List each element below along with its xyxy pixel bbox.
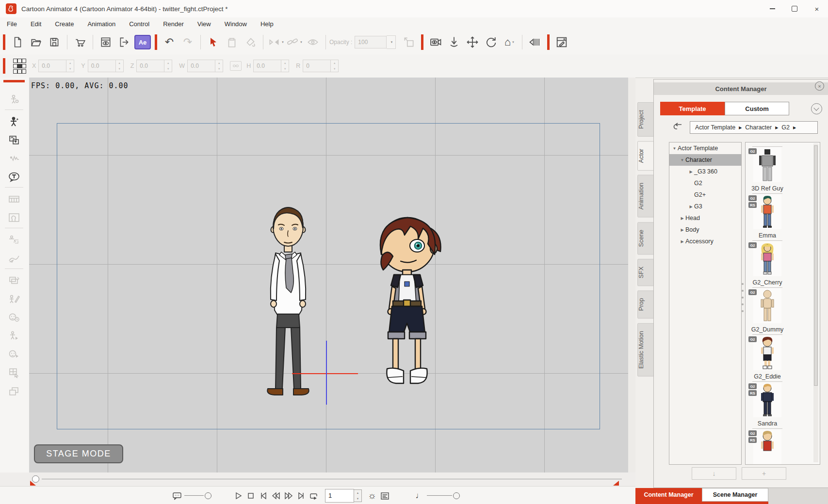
tree-item-g2-plus[interactable]: G2+ bbox=[669, 189, 741, 201]
play-button[interactable] bbox=[232, 490, 244, 502]
timeline-panel-icon[interactable] bbox=[379, 490, 390, 502]
menu-render[interactable]: Render bbox=[156, 20, 191, 28]
tab-scene-manager[interactable]: Scene Manager bbox=[702, 488, 768, 502]
sprite-editor-icon[interactable] bbox=[5, 292, 23, 306]
text-bubble-icon[interactable] bbox=[5, 170, 23, 184]
move-tool-icon[interactable] bbox=[463, 33, 482, 51]
opacity-input[interactable]: 100 bbox=[355, 36, 387, 48]
z-input[interactable]: 0.0 bbox=[136, 60, 164, 72]
layer-order-icon[interactable] bbox=[5, 384, 23, 398]
import-content-button[interactable]: ↓ bbox=[692, 467, 736, 480]
tab-prop[interactable]: Prop bbox=[637, 290, 654, 318]
image-mask-icon[interactable] bbox=[5, 210, 23, 225]
subtitle-toggle-icon[interactable] bbox=[171, 490, 183, 502]
volume-slider-track[interactable] bbox=[427, 495, 452, 496]
tree-item-body[interactable]: ▶Body bbox=[669, 224, 741, 236]
stage-character-boy[interactable] bbox=[373, 214, 445, 392]
h-spin-down-icon[interactable]: ▼ bbox=[281, 66, 289, 72]
motion-path-icon[interactable] bbox=[5, 251, 23, 266]
add-content-button[interactable]: + bbox=[742, 467, 786, 480]
collect-clip-icon[interactable] bbox=[5, 273, 23, 288]
next-frame-button[interactable] bbox=[283, 490, 294, 502]
stage-character-businessman[interactable] bbox=[253, 205, 321, 399]
face-puppet-icon[interactable] bbox=[5, 347, 23, 362]
y-input[interactable]: 0.0 bbox=[88, 60, 116, 72]
thumbnail-scrollbar[interactable] bbox=[813, 143, 818, 462]
paste-icon[interactable] bbox=[223, 33, 241, 51]
stop-button[interactable] bbox=[245, 490, 257, 502]
aspect-link-icon[interactable] bbox=[230, 61, 242, 71]
r-spin-down-icon[interactable]: ▼ bbox=[331, 66, 338, 72]
w-spin-down-icon[interactable]: ▼ bbox=[215, 66, 223, 72]
tree-item-actor-template[interactable]: ▼Actor Template bbox=[669, 142, 741, 154]
x-spin-up-icon[interactable]: ▲ bbox=[66, 60, 74, 66]
breadcrumb-part[interactable]: Actor Template bbox=[695, 124, 735, 131]
menu-animation[interactable]: Animation bbox=[81, 20, 122, 28]
body-puppet-icon[interactable] bbox=[5, 329, 23, 343]
preview-render-icon[interactable] bbox=[97, 33, 115, 51]
go-to-start-button[interactable] bbox=[258, 490, 269, 502]
tree-collapsed-icon[interactable]: ▶ bbox=[679, 239, 685, 244]
fill-color-icon[interactable] bbox=[241, 33, 260, 51]
link-dropdown-icon[interactable]: ▼ bbox=[300, 41, 303, 44]
r-spin-up-icon[interactable]: ▲ bbox=[331, 60, 338, 66]
close-button[interactable]: × bbox=[806, 0, 828, 17]
panel-close-button[interactable]: × bbox=[815, 81, 824, 91]
menu-control[interactable]: Control bbox=[122, 20, 156, 28]
render-strip-icon[interactable] bbox=[5, 192, 23, 206]
tree-item-g3-360[interactable]: ▶_G3 360 bbox=[669, 166, 741, 177]
h-spin-up-icon[interactable]: ▲ bbox=[281, 60, 289, 66]
tab-project[interactable]: Project bbox=[637, 102, 654, 137]
volume-slider-handle[interactable] bbox=[453, 492, 460, 499]
menu-help[interactable]: Help bbox=[254, 20, 280, 28]
tab-template[interactable]: Template bbox=[660, 102, 725, 115]
tab-custom[interactable]: Custom bbox=[725, 102, 789, 115]
panel-splitter-handle[interactable] bbox=[742, 283, 744, 312]
flip-icon[interactable]: ▼ bbox=[267, 33, 285, 51]
create-character-icon[interactable] bbox=[5, 114, 23, 129]
scrollbar-thumb[interactable] bbox=[814, 145, 818, 386]
tree-item-g2[interactable]: G2 bbox=[669, 177, 741, 189]
content-store-icon[interactable] bbox=[71, 33, 89, 51]
tab-content-manager[interactable]: Content Manager bbox=[635, 488, 702, 502]
tree-item-head[interactable]: ▶Head bbox=[669, 212, 741, 224]
layer-grid-icon[interactable] bbox=[5, 365, 23, 380]
timeline-scrub-handle[interactable] bbox=[32, 475, 39, 483]
breadcrumb-part[interactable]: Character bbox=[745, 124, 772, 131]
pivot-transform-icon[interactable] bbox=[400, 33, 418, 51]
save-project-icon[interactable] bbox=[45, 33, 64, 51]
y-spin-up-icon[interactable]: ▲ bbox=[116, 60, 123, 66]
tab-sfx[interactable]: SFX bbox=[637, 259, 654, 286]
media-import-icon[interactable] bbox=[5, 133, 23, 147]
go-to-end-button[interactable] bbox=[295, 490, 307, 502]
previous-frame-button[interactable] bbox=[270, 490, 282, 502]
stage-canvas[interactable]: FPS: 0.00, AVG: 0.00 bbox=[29, 78, 628, 472]
x-input[interactable]: 0.0 bbox=[38, 60, 66, 72]
y-spin-down-icon[interactable]: ▼ bbox=[116, 66, 123, 72]
link-icon[interactable]: ▼ bbox=[285, 33, 304, 51]
opacity-dropdown[interactable]: ▼ bbox=[387, 35, 396, 49]
tree-collapsed-icon[interactable]: ▶ bbox=[679, 216, 685, 220]
3d-pose-icon[interactable] bbox=[5, 233, 23, 247]
w-spin-up-icon[interactable]: ▲ bbox=[215, 60, 223, 66]
tree-collapsed-icon[interactable]: ▶ bbox=[688, 170, 694, 174]
visibility-icon[interactable] bbox=[304, 33, 322, 51]
menu-edit[interactable]: Edit bbox=[24, 20, 48, 28]
audio-volume-icon[interactable]: ♩ bbox=[414, 490, 425, 502]
timeline-end-marker-icon[interactable] bbox=[613, 481, 619, 486]
after-effects-icon[interactable]: Ae bbox=[133, 33, 152, 51]
composer-mode-icon[interactable] bbox=[552, 33, 571, 51]
tab-actor[interactable]: Actor bbox=[637, 141, 654, 171]
frame-spin-up-icon[interactable]: ▲ bbox=[354, 490, 361, 496]
breadcrumb-part[interactable]: G2 bbox=[781, 124, 790, 131]
x-spin-down-icon[interactable]: ▼ bbox=[66, 66, 74, 72]
frame-number-input[interactable]: 1 bbox=[325, 489, 354, 503]
z-spin-down-icon[interactable]: ▼ bbox=[164, 66, 172, 72]
panel-collapse-button[interactable] bbox=[811, 103, 822, 114]
layout-grid-icon[interactable] bbox=[13, 59, 25, 74]
height-input[interactable]: 0.0 bbox=[253, 60, 281, 72]
timeline-track[interactable] bbox=[42, 479, 622, 479]
tab-animation[interactable]: Animation bbox=[637, 175, 654, 218]
width-input[interactable]: 0.0 bbox=[187, 60, 215, 72]
menu-view[interactable]: View bbox=[191, 20, 218, 28]
